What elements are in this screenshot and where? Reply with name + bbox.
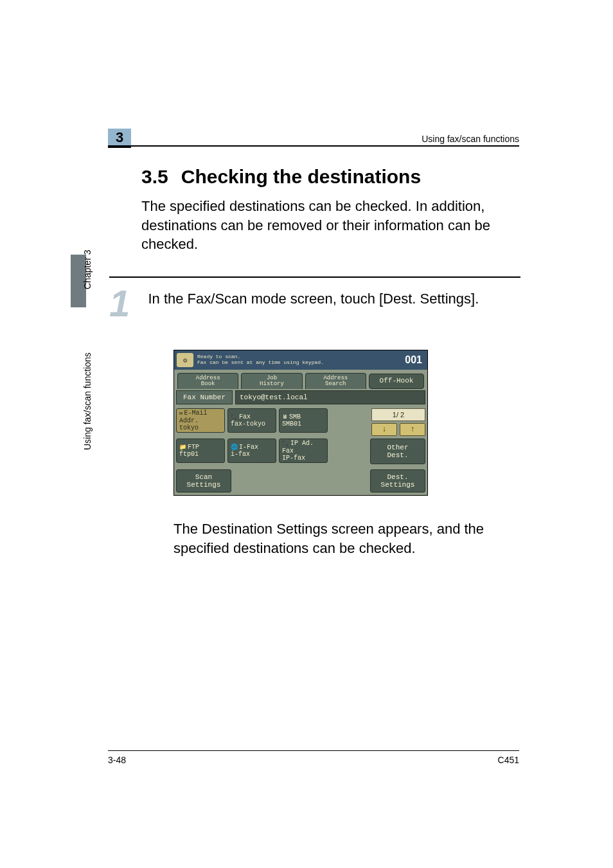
ipfax-icon: 📞 xyxy=(282,440,289,447)
tab-address-search[interactable]: Address Search xyxy=(305,373,366,389)
status-icon: ⚙ xyxy=(177,353,193,367)
page-indicator: 1/ 2 xyxy=(371,408,425,421)
step-block: 1 In the Fax/Scan mode screen, touch [De… xyxy=(109,276,520,320)
dest-type-label: E-Mail Addr. xyxy=(179,410,207,424)
email-icon: ✉ xyxy=(179,410,182,417)
status-line-2: Fax can be sent at any time using keypad… xyxy=(197,360,405,366)
intro-paragraph: The specified destinations can be checke… xyxy=(141,197,519,254)
footer-page-number: 3-48 xyxy=(108,755,126,765)
dest-name: fax-tokyo xyxy=(231,420,273,428)
step-rule xyxy=(109,276,520,278)
scan-settings-button[interactable]: Scan Settings xyxy=(176,469,231,493)
fax-number-label: Fax Number xyxy=(176,390,233,404)
dest-type-label: SMB xyxy=(289,413,301,420)
tab-address-book[interactable]: Address Book xyxy=(177,373,238,389)
step-number: 1 xyxy=(109,287,145,320)
section-title-text: Checking the destinations xyxy=(181,166,421,187)
dest-name: SMB01 xyxy=(282,420,324,428)
bottom-spacer xyxy=(231,469,370,493)
screen-status-bar: ⚙ Ready to scan. Fax can be sent at any … xyxy=(174,350,427,370)
other-dest-button[interactable]: Other Dest. xyxy=(370,439,425,464)
dest-ftp01[interactable]: 📁FTP ftp01 xyxy=(176,439,225,463)
dest-ifax[interactable]: 🌐I-Fax i-fax xyxy=(227,439,276,463)
dest-row-1: ✉E-Mail Addr. tokyo 📞Fax fax-tokyo 🖥SMB … xyxy=(176,408,425,436)
page-down-button[interactable]: ↓ xyxy=(371,423,397,436)
dest-type-label: Fax xyxy=(239,413,251,420)
header-running-title: Using fax/scan functions xyxy=(422,134,519,144)
ftp-icon: 📁 xyxy=(179,444,186,451)
status-text: Ready to scan. Fax can be sent at any ti… xyxy=(197,354,405,366)
dest-email-tokyo[interactable]: ✉E-Mail Addr. tokyo xyxy=(176,408,225,433)
off-hook-button[interactable]: Off-Hook xyxy=(369,374,424,389)
dest-row-2: 📁FTP ftp01 🌐I-Fax i-fax 📞IP Ad. Fax IP-f… xyxy=(176,439,425,464)
page-up-button[interactable]: ↑ xyxy=(400,423,425,436)
footer-model: C451 xyxy=(498,755,519,765)
page-footer: 3-48 C451 xyxy=(108,750,519,765)
screen-tabs: Address Book Job History Address Search … xyxy=(174,370,427,389)
smb-icon: 🖥 xyxy=(282,414,288,420)
dest-name: i-fax xyxy=(231,451,273,458)
dest-name: tokyo xyxy=(179,424,222,431)
dest-settings-button[interactable]: Dest. Settings xyxy=(370,469,425,493)
side-section-label: Using fax/scan functions xyxy=(82,352,93,450)
dest-type-label: FTP xyxy=(188,444,199,451)
fax-number-row: Fax Number tokyo@test.local xyxy=(174,389,427,406)
step-text: In the Fax/Scan mode screen, touch [Dest… xyxy=(148,289,514,309)
section-heading: 3.5Checking the destinations xyxy=(141,166,421,188)
dest-ipfax[interactable]: 📞IP Ad. Fax IP-fax xyxy=(279,439,328,463)
fax-icon: 📞 xyxy=(231,414,238,420)
result-paragraph: The Destination Settings screen appears,… xyxy=(173,520,520,557)
destination-grid: ✉E-Mail Addr. tokyo 📞Fax fax-tokyo 🖥SMB … xyxy=(174,406,427,469)
screen-bottom-bar: Scan Settings Dest. Settings xyxy=(174,469,427,495)
side-chapter-label: Chapter 3 xyxy=(82,250,93,289)
dest-name: IP-fax xyxy=(282,455,324,462)
page-nav-col: 1/ 2 ↓ ↑ xyxy=(371,408,425,436)
section-number: 3.5 xyxy=(141,166,168,187)
dest-smb01[interactable]: 🖥SMB SMB01 xyxy=(279,408,328,433)
device-screenshot: ⚙ Ready to scan. Fax can be sent at any … xyxy=(173,350,428,496)
ifax-icon: 🌐 xyxy=(231,444,238,451)
fax-number-value[interactable]: tokyo@test.local xyxy=(235,390,425,404)
header-rule xyxy=(108,145,519,147)
dest-type-label: I-Fax xyxy=(239,444,258,451)
dest-counter: 001 xyxy=(405,354,422,366)
tab-job-history[interactable]: Job History xyxy=(241,373,302,389)
dest-fax-tokyo[interactable]: 📞Fax fax-tokyo xyxy=(227,408,276,433)
dest-name: ftp01 xyxy=(179,451,222,458)
